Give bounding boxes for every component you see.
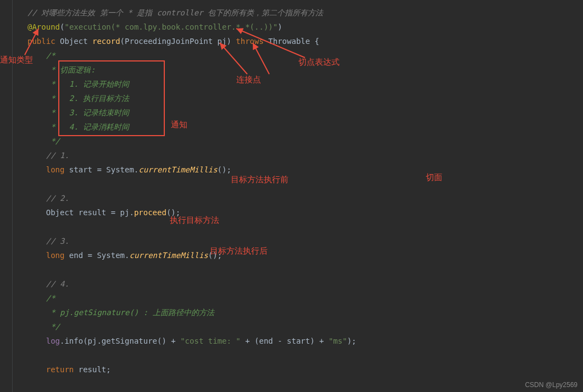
code-line: // 1. (27, 148, 583, 163)
code-line: * pj.getSignature() : 上面路径中的方法 (27, 305, 583, 320)
code-line: */ (27, 320, 583, 334)
code-line: * 4. 记录消耗时间 (27, 120, 583, 134)
code-line (27, 177, 583, 191)
code-line (27, 220, 583, 234)
code-line: // 对哪些方法生效 第一个 * 是指 controller 包下的所有类，第二… (27, 5, 583, 20)
code-line: public Object record(ProceedingJoinPoint… (27, 34, 583, 48)
code-line (27, 262, 583, 277)
code-line: Object result = pj.proceed(); (27, 205, 583, 220)
code-editor[interactable]: // 对哪些方法生效 第一个 * 是指 controller 包下的所有类，第二… (0, 0, 583, 382)
code-line: long end = System.currentTimeMillis(); (27, 248, 583, 262)
code-line: * 3. 记录结束时间 (27, 105, 583, 120)
code-line: /* (27, 291, 583, 305)
code-line: // 4. (27, 277, 583, 291)
code-line: * 1. 记录开始时间 (27, 77, 583, 91)
code-line: // 2. (27, 191, 583, 205)
code-line: // 3. (27, 234, 583, 248)
code-line: * 2. 执行目标方法 (27, 91, 583, 105)
code-line: */ (27, 134, 583, 148)
code-line: log.info(pj.getSignature() + "cost time:… (27, 334, 583, 348)
string: "execution(* com.lpy.book.controller.*.*… (64, 23, 277, 31)
code-line (27, 348, 583, 362)
code-line: /* (27, 48, 583, 63)
code-line: return result; (27, 362, 583, 377)
code-line: * 切面逻辑: (27, 63, 583, 77)
watermark: CSDN @Lpy2569 (525, 381, 578, 389)
comment: // 对哪些方法生效 第一个 * 是指 controller 包下的所有类，第二… (27, 8, 323, 17)
annotation: @Around (27, 23, 60, 31)
code-line: @Around("execution(* com.lpy.book.contro… (27, 20, 583, 34)
code-line: long start = System.currentTimeMillis(); (27, 163, 583, 177)
